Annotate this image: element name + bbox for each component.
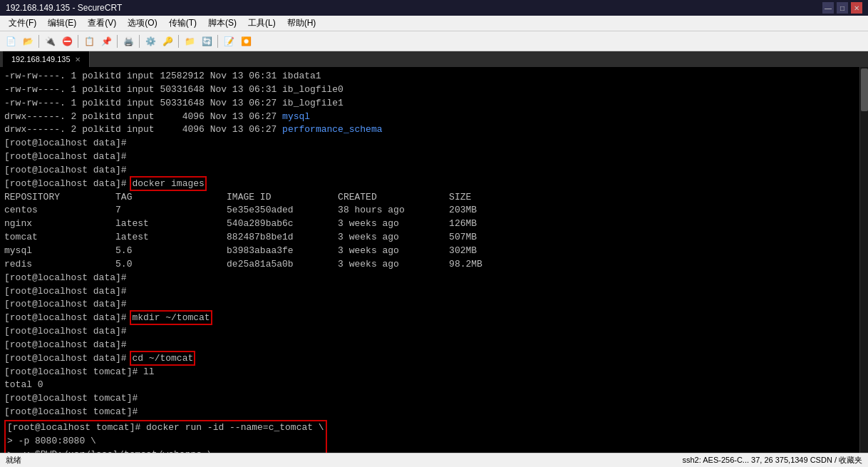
maximize-button[interactable]: □ [837,2,848,14]
terminal-line: REPOSITORY TAG IMAGE ID CREATED SIZE [4,191,855,205]
tb-connect[interactable]: 🔌 [42,34,58,49]
terminal-line: nginx latest 540a289bab6c 3 weeks ago 12… [4,217,855,231]
menu-file[interactable]: 文件(F) [3,16,42,31]
terminal-line-mkdir: [root@localhost data]# mkdir ~/tomcat [4,312,855,325]
toolbar: 📄 📂 🔌 ⛔ 📋 📌 🖨️ ⚙️ 🔑 📁 🔄 📝 ⏺️ [0,31,868,51]
terminal-line: [root@localhost tomcat]# [4,392,855,406]
window-controls: — □ ✕ [822,2,862,14]
title-bar: 192.168.149.135 - SecureCRT — □ ✕ [0,0,868,16]
terminal-line: [root@localhost data]# [4,272,855,285]
terminal-line: mysql 5.6 b3983abaa3fe 3 weeks ago 302MB [4,245,855,258]
scrollbar[interactable] [859,67,868,453]
terminal-line-docker-images: [root@localhost data]# docker images [4,178,855,191]
tb-sep2 [78,35,78,48]
terminal-line: -rw-rw----. 1 polkitd input 50331648 Nov… [4,97,855,111]
status-bar: 就绪 ssh2: AES-256-C... 37, 26 375,1349 CS… [0,453,868,467]
terminal-line: [root@localhost data]# [4,137,855,150]
scrollbar-thumb[interactable] [861,68,868,111]
menu-bar: 文件(F) 编辑(E) 查看(V) 选项(O) 传输(T) 脚本(S) 工具(L… [0,16,868,31]
tb-new[interactable]: 📄 [3,34,19,49]
tb-record[interactable]: ⏺️ [238,34,254,49]
tb-sep3 [117,35,118,48]
terminal-line: [root@localhost data]# [4,325,855,339]
minimize-button[interactable]: — [822,2,834,14]
tb-print[interactable]: 🖨️ [120,34,136,49]
tb-sep4 [139,35,140,48]
menu-view[interactable]: 查看(V) [82,16,122,31]
tb-settings[interactable]: ⚙️ [143,34,158,49]
close-button[interactable]: ✕ [851,2,862,14]
status-left: 就绪 [6,455,21,466]
tb-sftp[interactable]: 📁 [182,34,197,49]
tb-copy[interactable]: 📋 [81,34,97,49]
terminal-line: [root@localhost tomcat]# [4,406,855,419]
terminal-line: drwx------. 2 polkitd input 4096 Nov 13 … [4,111,855,124]
terminal-line: [root@localhost data]# [4,339,855,352]
tb-script[interactable]: 📝 [221,34,237,49]
window-title: 192.168.149.135 - SecureCRT [6,3,122,13]
tb-transfer[interactable]: 🔄 [199,34,215,49]
terminal-container: -rw-rw----. 1 polkitd input 12582912 Nov… [0,67,868,453]
tab-label: 192.168.149.135 [11,55,71,63]
terminal-line: > -v $PWD:/usr/local/tomcat/webapps \ [7,448,324,453]
menu-script[interactable]: 脚本(S) [202,16,242,31]
terminal-line: [root@localhost data]# [4,150,855,164]
tab-close-icon[interactable]: ✕ [75,56,81,63]
menu-options[interactable]: 选项(O) [122,16,162,31]
terminal[interactable]: -rw-rw----. 1 polkitd input 12582912 Nov… [0,67,859,453]
tb-key[interactable]: 🔑 [160,34,175,49]
terminal-line: > -p 8080:8080 \ [7,435,324,448]
menu-edit[interactable]: 编辑(E) [42,16,82,31]
tb-sep1 [38,35,39,48]
tb-disconnect[interactable]: ⛔ [59,34,75,49]
terminal-line-cd: [root@localhost data]# cd ~/tomcat [4,352,855,366]
tb-sep5 [178,35,179,48]
menu-tools[interactable]: 工具(L) [242,16,281,31]
terminal-line: total 0 [4,379,855,392]
tb-sep6 [217,35,218,48]
terminal-line: [root@localhost data]# [4,164,855,178]
terminal-line: tomcat latest 882487b8be1d 3 weeks ago 5… [4,231,855,245]
terminal-line: -rw-rw----. 1 polkitd input 50331648 Nov… [4,83,855,97]
tb-paste[interactable]: 📌 [98,34,114,49]
terminal-line: [root@localhost data]# [4,285,855,299]
tb-open[interactable]: 📂 [20,34,36,49]
terminal-line: centos 7 5e35e350aded 38 hours ago 203MB [4,204,855,217]
tab-bar: 192.168.149.135 ✕ [0,51,868,67]
terminal-line: drwx------. 2 polkitd input 4096 Nov 13 … [4,123,855,137]
menu-transfer[interactable]: 传输(T) [163,16,202,31]
terminal-line: redis 5.0 de25a81a5a0b 3 weeks ago 98.2M… [4,258,855,272]
terminal-line: [root@localhost data]# [4,298,855,312]
terminal-line: [root@localhost tomcat]# ll [4,366,855,379]
terminal-line: -rw-rw----. 1 polkitd input 12582912 Nov… [4,70,855,83]
status-right: ssh2: AES-256-C... 37, 26 375,1349 CSDN … [682,455,862,466]
session-tab[interactable]: 192.168.149.135 ✕ [3,51,90,67]
menu-help[interactable]: 帮助(H) [281,16,322,31]
terminal-line-docker-run: [root@localhost tomcat]# docker run -id … [7,421,324,435]
